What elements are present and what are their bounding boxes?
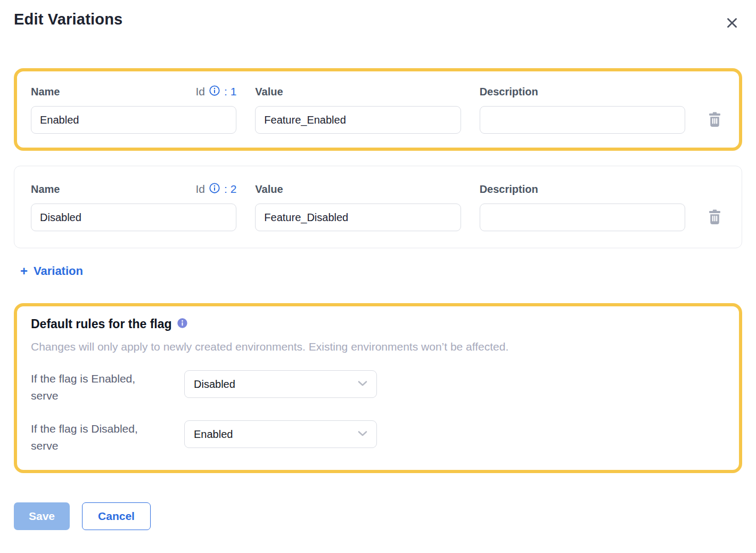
name-label-row: Name Id : 2	[31, 183, 236, 196]
default-rules-note: Changes will only apply to newly created…	[31, 340, 725, 353]
variation-value-input[interactable]	[255, 204, 461, 231]
info-icon[interactable]	[209, 85, 220, 99]
delete-column	[704, 183, 725, 231]
description-field: Description	[480, 85, 685, 134]
default-rules-title-row: Default rules for the flag	[31, 317, 725, 331]
plus-icon: +	[20, 265, 28, 278]
variation-id-badge: Id : 2	[195, 182, 236, 197]
dialog-title: Edit Variations	[14, 11, 122, 28]
serve-when-enabled-select[interactable]: Disabled	[184, 370, 377, 398]
variation-id-badge: Id : 1	[195, 85, 236, 99]
name-label: Name	[31, 183, 60, 196]
select-value: Enabled	[194, 428, 233, 441]
value-label: Value	[255, 86, 283, 98]
edit-variations-dialog: Edit Variations Name Id : 1	[0, 0, 756, 546]
default-rule-row-enabled: If the flag is Enabled, serve Disabled	[31, 370, 725, 404]
close-icon	[725, 23, 739, 31]
value-label-row: Value	[255, 183, 461, 196]
rule-label: If the flag is Enabled, serve	[31, 370, 184, 404]
value-label-row: Value	[255, 85, 461, 98]
info-icon[interactable]	[209, 182, 220, 197]
default-rules-title: Default rules for the flag	[31, 317, 172, 331]
variation-card-2: Name Id : 2 Value	[14, 166, 742, 248]
description-label: Description	[480, 183, 538, 196]
name-field: Name Id : 2	[31, 183, 236, 231]
variation-id-value: : 2	[224, 183, 236, 196]
value-field: Value	[255, 85, 461, 134]
chevron-down-icon	[358, 379, 367, 389]
id-label: Id	[195, 183, 205, 196]
chevron-down-icon	[358, 429, 367, 439]
description-label-row: Description	[480, 85, 685, 98]
value-label: Value	[255, 183, 283, 196]
name-label: Name	[31, 86, 60, 98]
add-variation-button[interactable]: + Variation	[20, 264, 83, 278]
dialog-header: Edit Variations	[14, 11, 742, 33]
serve-when-disabled-select[interactable]: Enabled	[184, 420, 377, 448]
variation-name-input[interactable]	[31, 106, 236, 134]
info-filled-icon[interactable]	[177, 318, 188, 331]
save-button[interactable]: Save	[14, 502, 70, 530]
delete-column	[704, 85, 725, 134]
add-variation-label: Variation	[34, 264, 83, 278]
description-label-row: Description	[480, 183, 685, 196]
default-rule-row-disabled: If the flag is Disabled, serve Enabled	[31, 420, 725, 454]
trash-icon	[708, 121, 722, 129]
delete-variation-button[interactable]	[708, 209, 722, 225]
default-rules-section: Default rules for the flag Changes will …	[14, 303, 742, 473]
rule-label: If the flag is Disabled, serve	[31, 420, 184, 454]
variation-description-input[interactable]	[480, 106, 685, 134]
trash-icon	[708, 218, 722, 226]
cancel-button[interactable]: Cancel	[82, 502, 151, 530]
dialog-footer: Save Cancel	[14, 502, 742, 530]
close-button[interactable]	[722, 13, 742, 33]
description-field: Description	[480, 183, 685, 231]
delete-variation-button[interactable]	[708, 112, 722, 127]
name-label-row: Name Id : 1	[31, 85, 236, 98]
name-field: Name Id : 1	[31, 85, 236, 134]
select-value: Disabled	[194, 378, 235, 391]
variation-description-input[interactable]	[480, 204, 685, 231]
variation-value-input[interactable]	[255, 106, 461, 134]
id-label: Id	[195, 85, 205, 98]
variation-name-input[interactable]	[31, 204, 236, 231]
variation-fields: Name Id : 2 Value	[31, 183, 725, 231]
value-field: Value	[255, 183, 461, 231]
variation-id-value: : 1	[224, 85, 236, 98]
description-label: Description	[480, 86, 538, 98]
variation-fields: Name Id : 1 Value	[31, 85, 725, 134]
variation-card-1: Name Id : 1 Value	[14, 68, 742, 151]
